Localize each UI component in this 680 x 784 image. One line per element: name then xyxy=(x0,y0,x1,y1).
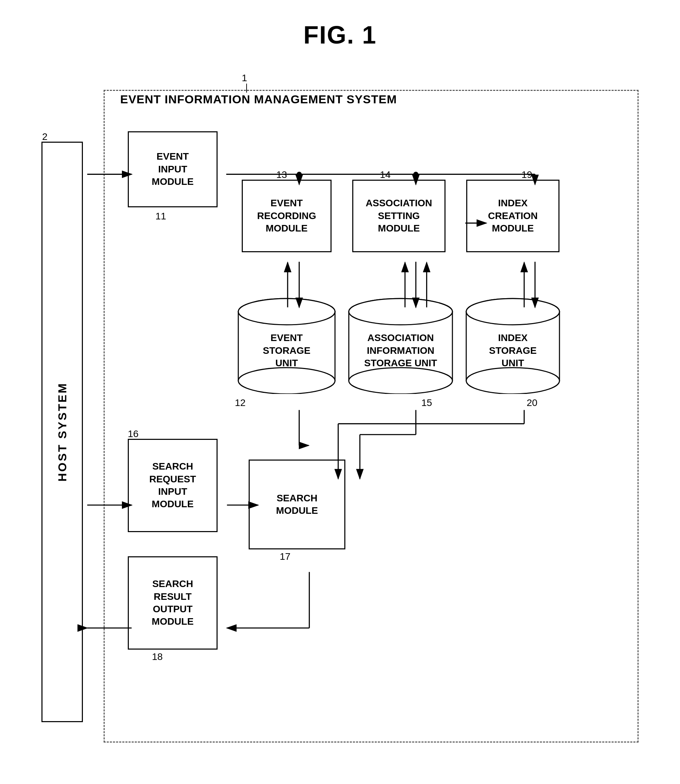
ref-12: 12 xyxy=(235,398,246,409)
event-input-module: EVENT INPUT MODULE xyxy=(128,131,217,207)
ref-20: 20 xyxy=(527,398,537,409)
ref-17: 17 xyxy=(280,551,290,562)
event-recording-module: EVENT RECORDING MODULE xyxy=(242,180,332,252)
ref-19: 19 xyxy=(521,169,532,180)
svg-point-2 xyxy=(238,368,335,394)
svg-point-7 xyxy=(349,298,452,325)
ref-13: 13 xyxy=(276,169,287,180)
ref-15: 15 xyxy=(421,398,432,409)
page-title: FIG. 1 xyxy=(0,0,680,49)
svg-point-3 xyxy=(238,298,335,325)
index-storage-unit: INDEX STORAGE UNIT xyxy=(463,297,563,394)
ref-14: 14 xyxy=(380,169,390,180)
association-info-storage-unit: ASSOCIATION INFORMATION STORAGE UNIT xyxy=(345,297,456,394)
svg-point-10 xyxy=(466,368,559,394)
ref-1: 1 xyxy=(242,73,247,84)
index-creation-module: INDEX CREATION MODULE xyxy=(466,180,559,252)
ref-2: 2 xyxy=(42,131,48,142)
system-label: EVENT INFORMATION MANAGEMENT SYSTEM xyxy=(117,93,400,106)
search-result-output-module: SEARCH RESULT OUTPUT MODULE xyxy=(128,556,217,650)
svg-point-11 xyxy=(466,298,559,325)
ref-11: 11 xyxy=(156,211,166,222)
event-storage-unit: EVENT STORAGE UNIT xyxy=(235,297,338,394)
association-setting-module: ASSOCIATION SETTING MODULE xyxy=(352,180,445,252)
host-system-box: HOST SYSTEM xyxy=(41,142,83,722)
ref-16: 16 xyxy=(128,429,139,440)
search-request-input-module: SEARCH REQUEST INPUT MODULE xyxy=(128,439,217,532)
host-system-label: HOST SYSTEM xyxy=(56,382,69,482)
svg-point-6 xyxy=(349,368,452,394)
search-module: SEARCH MODULE xyxy=(249,459,345,549)
ref-18: 18 xyxy=(152,651,163,663)
